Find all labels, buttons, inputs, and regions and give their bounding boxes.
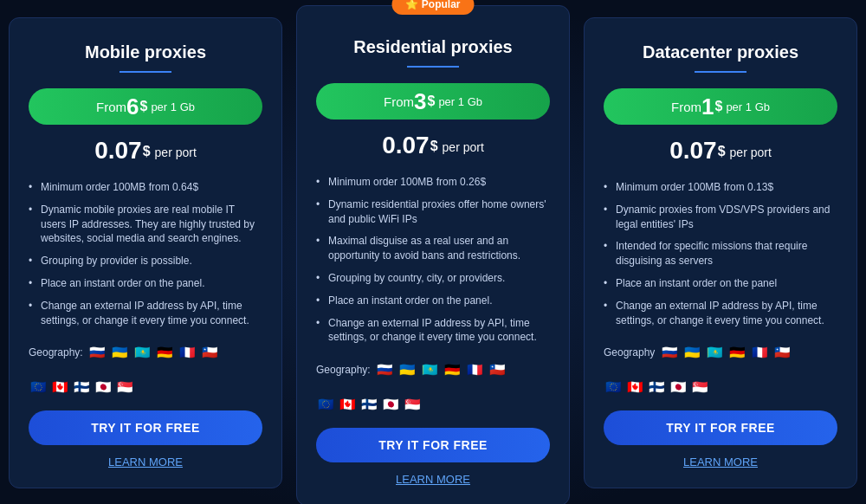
geography-label: Geography: bbox=[316, 364, 371, 376]
price-num: 3 bbox=[414, 90, 426, 113]
flag-icon: 🇸🇬 bbox=[403, 395, 422, 414]
geography-label: Geography: bbox=[29, 346, 83, 359]
flags-row-2: 🇪🇺🇨🇦🇫🇮🇯🇵🇸🇬 bbox=[29, 378, 262, 397]
card-title-datacenter: Datacenter proxies bbox=[604, 42, 837, 62]
popular-badge: ⭐ Popular bbox=[391, 0, 474, 15]
feature-item: Dynamic residential proxies offer home o… bbox=[316, 197, 550, 227]
flags-row-2: 🇪🇺🇨🇦🇫🇮🇯🇵🇸🇬 bbox=[316, 395, 550, 414]
flag-icon: 🇷🇺 bbox=[88, 343, 107, 362]
geography-row: Geography: 🇷🇺🇺🇦🇰🇿🇩🇪🇫🇷🇨🇱 bbox=[316, 360, 550, 379]
pricing-container: Mobile proxies From 6 $ per 1 Gb 0.07 $ … bbox=[9, 17, 857, 504]
flag-icon: 🇺🇦 bbox=[398, 360, 417, 379]
price-dollar: $ bbox=[427, 94, 435, 109]
flag-icon: 🇸🇬 bbox=[115, 378, 134, 397]
price-dollar: $ bbox=[139, 99, 147, 114]
flag-icon: 🇫🇮 bbox=[647, 378, 666, 397]
flag-icon: 🇺🇦 bbox=[682, 343, 701, 362]
feature-item: Change an external IP address by API, ti… bbox=[29, 299, 262, 328]
price-num: 1 bbox=[701, 95, 714, 118]
flag-icon: 🇨🇦 bbox=[50, 378, 69, 397]
flag-icon: 🇫🇮 bbox=[72, 378, 91, 397]
try-free-button-mobile[interactable]: TRY IT FOR FREE bbox=[29, 410, 262, 445]
price-unit: per 1 Gb bbox=[438, 95, 482, 108]
price-pill-residential: From 3 $ per 1 Gb bbox=[316, 83, 550, 120]
geography-label: Geography bbox=[604, 346, 655, 359]
title-underline bbox=[695, 71, 746, 73]
flag-icon: 🇰🇿 bbox=[133, 343, 152, 362]
per-port-value: 0.07 bbox=[669, 137, 717, 165]
price-unit: per 1 Gb bbox=[726, 100, 770, 113]
price-pill-datacenter: From 1 $ per 1 Gb bbox=[604, 88, 837, 125]
flag-icon: 🇫🇷 bbox=[466, 360, 485, 379]
feature-item: Minimum order 100MB from 0.13$ bbox=[604, 180, 837, 195]
feature-item: Minimum order 100MB from 0.26$ bbox=[316, 175, 550, 190]
flag-icon: 🇯🇵 bbox=[381, 395, 400, 414]
flag-icon: 🇪🇺 bbox=[316, 395, 335, 414]
features-list-residential: Minimum order 100MB from 0.26$Dynamic re… bbox=[316, 175, 550, 345]
flag-icon: 🇨🇦 bbox=[338, 395, 357, 414]
flag-icon: 🇫🇷 bbox=[750, 343, 769, 362]
feature-item: Place an instant order on the panel bbox=[604, 276, 837, 291]
feature-item: Change an external IP address by API, ti… bbox=[316, 316, 550, 346]
flag-icon: 🇨🇱 bbox=[201, 343, 220, 362]
feature-item: Dynamic mobile proxies are real mobile I… bbox=[29, 203, 262, 246]
feature-item: Place an instant order on the panel. bbox=[316, 294, 550, 308]
card-title-mobile: Mobile proxies bbox=[29, 42, 262, 62]
flags-row-2: 🇪🇺🇨🇦🇫🇮🇯🇵🇸🇬 bbox=[604, 378, 837, 397]
feature-item: Place an instant order on the panel. bbox=[29, 276, 262, 291]
price-num: 6 bbox=[126, 95, 139, 118]
price-unit: per 1 Gb bbox=[151, 100, 195, 113]
learn-more-link-datacenter[interactable]: LEARN MORE bbox=[604, 456, 837, 468]
flag-icon: 🇩🇪 bbox=[156, 343, 175, 362]
flag-icon: 🇯🇵 bbox=[94, 378, 113, 397]
features-list-datacenter: Minimum order 100MB from 0.13$Dynamic pr… bbox=[604, 180, 837, 327]
flag-icon: 🇨🇱 bbox=[772, 343, 792, 362]
feature-item: Dynamic proxies from VDS/VPS providers a… bbox=[604, 203, 837, 232]
port-dollar: $ bbox=[430, 134, 438, 159]
price-dollar: $ bbox=[714, 99, 722, 114]
learn-more-link-mobile[interactable]: LEARN MORE bbox=[29, 456, 262, 468]
flag-icon: 🇩🇪 bbox=[443, 360, 462, 379]
flag-icon: 🇷🇺 bbox=[376, 360, 395, 379]
feature-item: Change an external IP address by API, ti… bbox=[604, 299, 837, 328]
learn-more-link-residential[interactable]: LEARN MORE bbox=[316, 473, 550, 486]
try-free-button-datacenter[interactable]: TRY IT FOR FREE bbox=[604, 410, 837, 445]
port-label: per port bbox=[730, 140, 772, 165]
features-list-mobile: Minimum order 100MB from 0.64$Dynamic mo… bbox=[29, 180, 262, 327]
price-pill-mobile: From 6 $ per 1 Gb bbox=[29, 88, 262, 125]
price-from-label: From bbox=[384, 94, 414, 109]
feature-item: Intended for specific missions that requ… bbox=[604, 239, 837, 268]
port-dollar: $ bbox=[718, 139, 726, 165]
try-free-button-residential[interactable]: TRY IT FOR FREE bbox=[316, 428, 550, 462]
price-from-label: From bbox=[96, 100, 126, 114]
card-datacenter: Datacenter proxies From 1 $ per 1 Gb 0.0… bbox=[584, 17, 857, 488]
geography-row: Geography 🇷🇺🇺🇦🇰🇿🇩🇪🇫🇷🇨🇱 bbox=[604, 343, 837, 362]
flag-icon: 🇪🇺 bbox=[604, 378, 623, 397]
card-residential: ⭐ PopularResidential proxies From 3 $ pe… bbox=[296, 5, 570, 504]
per-port-mobile: 0.07 $ per port bbox=[29, 137, 262, 165]
title-underline bbox=[407, 66, 459, 68]
flag-icon: 🇫🇮 bbox=[359, 395, 378, 414]
flag-icon: 🇫🇷 bbox=[178, 343, 197, 362]
per-port-datacenter: 0.07 $ per port bbox=[604, 137, 837, 165]
port-label: per port bbox=[155, 140, 197, 165]
geography-section-mobile: Geography: 🇷🇺🇺🇦🇰🇿🇩🇪🇫🇷🇨🇱 🇪🇺🇨🇦🇫🇮🇯🇵🇸🇬 bbox=[29, 343, 262, 397]
geography-row: Geography: 🇷🇺🇺🇦🇰🇿🇩🇪🇫🇷🇨🇱 bbox=[29, 343, 262, 362]
feature-item: Maximal disguise as a real user and an o… bbox=[316, 234, 550, 263]
port-label: per port bbox=[443, 135, 484, 159]
feature-item: Minimum order 100MB from 0.64$ bbox=[29, 180, 262, 195]
feature-item: Grouping by country, city, or providers. bbox=[316, 271, 550, 286]
flag-icon: 🇨🇦 bbox=[625, 378, 644, 397]
geography-section-datacenter: Geography 🇷🇺🇺🇦🇰🇿🇩🇪🇫🇷🇨🇱 🇪🇺🇨🇦🇫🇮🇯🇵🇸🇬 bbox=[604, 343, 837, 397]
per-port-value: 0.07 bbox=[94, 137, 142, 165]
flag-icon: 🇺🇦 bbox=[111, 343, 130, 362]
flag-icon: 🇯🇵 bbox=[669, 378, 688, 397]
per-port-residential: 0.07 $ per port bbox=[316, 132, 550, 159]
geography-section-residential: Geography: 🇷🇺🇺🇦🇰🇿🇩🇪🇫🇷🇨🇱 🇪🇺🇨🇦🇫🇮🇯🇵🇸🇬 bbox=[316, 360, 550, 414]
flag-icon: 🇪🇺 bbox=[29, 378, 48, 397]
flag-icon: 🇸🇬 bbox=[690, 378, 709, 397]
feature-item: Grouping by provider is possible. bbox=[29, 254, 262, 268]
card-title-residential: Residential proxies bbox=[316, 37, 550, 57]
flag-icon: 🇩🇪 bbox=[727, 343, 746, 362]
flag-icon: 🇷🇺 bbox=[660, 343, 679, 362]
